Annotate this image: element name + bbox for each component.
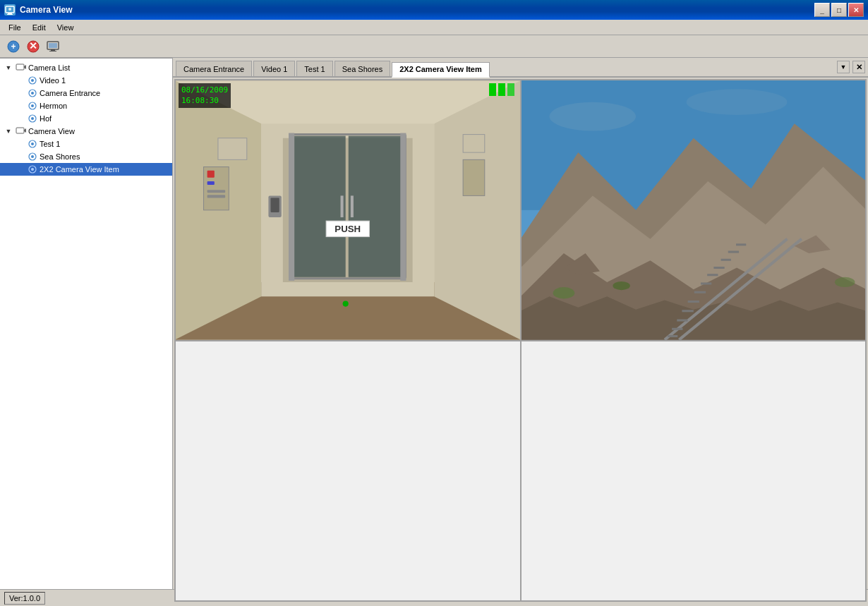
- tab-controls: ▼ ✕: [837, 61, 865, 73]
- svg-text:PUSH: PUSH: [334, 224, 361, 234]
- camera-list-label: Camera List: [28, 63, 70, 72]
- svg-rect-49: [207, 181, 215, 185]
- title-bar: Camera View _ □ ✕: [0, 0, 868, 20]
- maximize-button[interactable]: □: [831, 3, 847, 17]
- minimize-button[interactable]: _: [814, 3, 830, 17]
- svg-point-21: [31, 117, 34, 120]
- tab-sea-shores[interactable]: Sea Shores: [334, 61, 390, 76]
- svg-point-19: [31, 104, 34, 107]
- toolbar: + ✕: [0, 35, 868, 58]
- main-layout: ▼ Camera List Video 1: [0, 58, 868, 589]
- menu-file[interactable]: File: [3, 22, 27, 33]
- camera-cell-3[interactable]: [175, 341, 521, 602]
- camera-grid: 08/16/2009 16:08:30: [174, 79, 867, 602]
- svg-point-79: [613, 281, 630, 290]
- tree-camera-view-root[interactable]: ▼ Camera View: [0, 125, 172, 138]
- svg-point-3: [8, 8, 11, 11]
- tab-video1[interactable]: Video 1: [253, 61, 295, 76]
- svg-rect-46: [400, 133, 406, 281]
- svg-rect-42: [351, 195, 354, 217]
- tree-hof[interactable]: Hof: [0, 112, 172, 125]
- new-button[interactable]: +: [4, 37, 23, 56]
- tab-test1[interactable]: Test 1: [296, 61, 332, 76]
- tree-camera-list-root[interactable]: ▼ Camera List: [0, 61, 172, 74]
- svg-rect-40: [349, 136, 404, 277]
- video1-label: Video 1: [40, 76, 66, 85]
- tree-camera-entrance[interactable]: Camera Entrance: [0, 87, 172, 99]
- tab-camera-entrance[interactable]: Camera Entrance: [176, 61, 252, 76]
- svg-rect-54: [270, 198, 279, 212]
- svg-rect-12: [16, 64, 24, 70]
- hermon-label: Hermon: [40, 102, 67, 110]
- camera3-scene: [176, 341, 520, 601]
- svg-rect-22: [16, 128, 24, 133]
- svg-point-15: [31, 79, 34, 82]
- svg-rect-86: [522, 342, 866, 600]
- tab-2x2-camera-view[interactable]: 2X2 Camera View Item: [392, 62, 490, 78]
- indicator-light-1: [489, 83, 496, 96]
- tree-sea-shores[interactable]: Sea Shores: [0, 150, 172, 163]
- expand-camera-list[interactable]: ▼: [3, 62, 14, 73]
- svg-rect-48: [207, 171, 215, 178]
- svg-point-80: [834, 277, 855, 287]
- camera-cell-2[interactable]: [521, 80, 867, 341]
- svg-text:+: +: [11, 42, 16, 51]
- window-title: Camera View: [20, 5, 814, 15]
- menu-bar: File Edit View: [0, 20, 868, 35]
- tree-test1[interactable]: Test 1: [0, 138, 172, 150]
- hof-icon: [27, 113, 38, 124]
- svg-point-29: [31, 168, 34, 171]
- camera1-scene: PUSH: [176, 80, 520, 340]
- svg-rect-41: [341, 195, 344, 217]
- svg-rect-11: [49, 43, 57, 48]
- svg-point-25: [31, 143, 34, 145]
- version-text: Ver:1.0.0: [9, 594, 40, 602]
- svg-rect-56: [218, 138, 247, 160]
- 2x2-view-label: 2X2 Camera View Item: [40, 165, 119, 174]
- svg-rect-50: [207, 190, 226, 193]
- svg-rect-9: [51, 49, 55, 51]
- indicator-light-3: [507, 83, 514, 96]
- camera-view-label: Camera View: [28, 127, 75, 135]
- test1-icon: [27, 138, 38, 150]
- camera2-scene: [522, 80, 866, 340]
- svg-rect-2: [7, 14, 13, 15]
- expand-camera-view[interactable]: ▼: [3, 126, 14, 137]
- camera-cell-4[interactable]: [521, 341, 867, 602]
- window-controls: _ □ ✕: [814, 3, 864, 17]
- camera-view-icon: [16, 126, 27, 137]
- sea-shores-label: Sea Shores: [40, 152, 80, 161]
- svg-rect-57: [463, 135, 485, 153]
- tab-close-button[interactable]: ✕: [852, 61, 865, 73]
- tab-scroll-arrow[interactable]: ▼: [837, 61, 850, 73]
- camera-list-icon: [16, 62, 27, 73]
- svg-rect-52: [463, 159, 485, 195]
- camera-entrance-label: Camera Entrance: [40, 89, 100, 97]
- svg-point-17: [31, 92, 34, 95]
- camera-timestamp: 08/16/2009 16:08:30: [179, 83, 231, 108]
- app-icon: [4, 4, 16, 16]
- svg-rect-51: [207, 195, 226, 198]
- svg-marker-35: [434, 80, 519, 340]
- camera-entrance-icon: [27, 87, 38, 99]
- content-area: Camera Entrance Video 1 Test 1 Sea Shore…: [173, 58, 868, 589]
- tree-hermon[interactable]: Hermon: [0, 99, 172, 112]
- menu-edit[interactable]: Edit: [27, 22, 52, 33]
- version-panel: Ver:1.0.0: [4, 592, 45, 605]
- svg-rect-39: [291, 136, 346, 277]
- cam1-indicators: [489, 83, 514, 96]
- sidebar: ▼ Camera List Video 1: [0, 58, 173, 589]
- monitor-button[interactable]: [44, 37, 62, 56]
- sea-shores-icon: [27, 151, 38, 162]
- tree-video1[interactable]: Video 1: [0, 74, 172, 87]
- hof-label: Hof: [40, 114, 52, 123]
- camera-cell-1[interactable]: 08/16/2009 16:08:30: [175, 80, 521, 341]
- menu-view[interactable]: View: [52, 22, 80, 33]
- spacer: [14, 75, 25, 86]
- delete-button[interactable]: ✕: [24, 37, 42, 56]
- camera4-scene: [522, 341, 866, 601]
- svg-rect-85: [176, 342, 520, 600]
- tree-2x2-view[interactable]: 2X2 Camera View Item: [0, 163, 172, 176]
- close-button[interactable]: ✕: [848, 3, 864, 17]
- svg-rect-45: [289, 133, 294, 281]
